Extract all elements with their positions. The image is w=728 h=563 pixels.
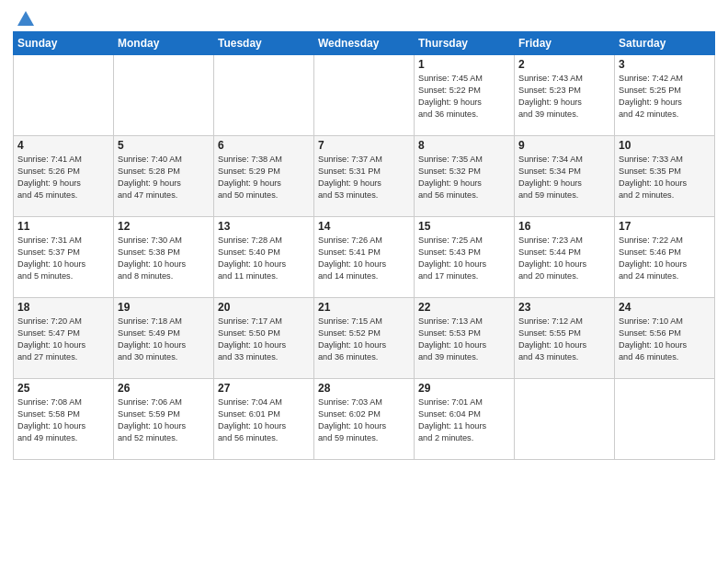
calendar-cell: 9Sunrise: 7:34 AMSunset: 5:34 PMDaylight… bbox=[515, 136, 615, 217]
calendar-cell bbox=[615, 379, 715, 460]
calendar-cell: 17Sunrise: 7:22 AMSunset: 5:46 PMDayligh… bbox=[615, 217, 715, 298]
calendar-cell bbox=[114, 55, 214, 136]
day-info: Sunrise: 7:20 AMSunset: 5:47 PMDaylight:… bbox=[17, 316, 109, 363]
day-info: Sunrise: 7:33 AMSunset: 5:35 PMDaylight:… bbox=[619, 154, 711, 201]
svg-marker-0 bbox=[17, 11, 34, 26]
day-info: Sunrise: 7:10 AMSunset: 5:56 PMDaylight:… bbox=[619, 316, 711, 363]
calendar-cell bbox=[14, 55, 114, 136]
weekday-header-sunday: Sunday bbox=[14, 32, 114, 55]
day-number: 17 bbox=[619, 220, 711, 233]
day-info: Sunrise: 7:38 AMSunset: 5:29 PMDaylight:… bbox=[218, 154, 310, 201]
day-info: Sunrise: 7:34 AMSunset: 5:34 PMDaylight:… bbox=[518, 154, 610, 201]
calendar-cell: 27Sunrise: 7:04 AMSunset: 6:01 PMDayligh… bbox=[214, 379, 314, 460]
calendar-cell: 12Sunrise: 7:30 AMSunset: 5:38 PMDayligh… bbox=[114, 217, 214, 298]
calendar-cell bbox=[515, 379, 615, 460]
day-info: Sunrise: 7:12 AMSunset: 5:55 PMDaylight:… bbox=[518, 316, 610, 363]
calendar-cell: 16Sunrise: 7:23 AMSunset: 5:44 PMDayligh… bbox=[515, 217, 615, 298]
calendar-cell: 21Sunrise: 7:15 AMSunset: 5:52 PMDayligh… bbox=[314, 298, 415, 379]
calendar-header: SundayMondayTuesdayWednesdayThursdayFrid… bbox=[14, 32, 715, 55]
day-info: Sunrise: 7:26 AMSunset: 5:41 PMDaylight:… bbox=[318, 235, 410, 282]
calendar-cell: 23Sunrise: 7:12 AMSunset: 5:55 PMDayligh… bbox=[515, 298, 615, 379]
day-number: 4 bbox=[17, 139, 109, 152]
day-info: Sunrise: 7:25 AMSunset: 5:43 PMDaylight:… bbox=[418, 235, 510, 282]
calendar-cell: 4Sunrise: 7:41 AMSunset: 5:26 PMDaylight… bbox=[14, 136, 114, 217]
day-number: 11 bbox=[17, 220, 109, 233]
day-info: Sunrise: 7:08 AMSunset: 5:58 PMDaylight:… bbox=[17, 396, 109, 444]
calendar-cell: 26Sunrise: 7:06 AMSunset: 5:59 PMDayligh… bbox=[114, 379, 214, 460]
day-info: Sunrise: 7:42 AMSunset: 5:25 PMDaylight:… bbox=[619, 73, 711, 121]
weekday-header-saturday: Saturday bbox=[615, 32, 715, 55]
calendar-cell: 3Sunrise: 7:42 AMSunset: 5:25 PMDaylight… bbox=[615, 55, 715, 136]
weekday-header-friday: Friday bbox=[515, 32, 615, 55]
header bbox=[13, 9, 715, 26]
day-number: 23 bbox=[518, 301, 610, 314]
weekday-header-wednesday: Wednesday bbox=[314, 32, 415, 55]
day-info: Sunrise: 7:04 AMSunset: 6:01 PMDaylight:… bbox=[218, 396, 310, 444]
day-number: 26 bbox=[118, 382, 210, 395]
day-info: Sunrise: 7:37 AMSunset: 5:31 PMDaylight:… bbox=[318, 154, 410, 201]
calendar-cell: 18Sunrise: 7:20 AMSunset: 5:47 PMDayligh… bbox=[14, 298, 114, 379]
weekday-header-monday: Monday bbox=[114, 32, 214, 55]
day-info: Sunrise: 7:23 AMSunset: 5:44 PMDaylight:… bbox=[518, 235, 610, 282]
day-number: 20 bbox=[218, 301, 310, 314]
calendar-cell: 19Sunrise: 7:18 AMSunset: 5:49 PMDayligh… bbox=[114, 298, 214, 379]
day-number: 28 bbox=[318, 382, 410, 395]
day-info: Sunrise: 7:15 AMSunset: 5:52 PMDaylight:… bbox=[318, 316, 410, 363]
day-info: Sunrise: 7:40 AMSunset: 5:28 PMDaylight:… bbox=[118, 154, 210, 201]
page: SundayMondayTuesdayWednesdayThursdayFrid… bbox=[0, 0, 728, 563]
day-number: 27 bbox=[218, 382, 310, 395]
day-number: 16 bbox=[518, 220, 610, 233]
calendar-cell: 10Sunrise: 7:33 AMSunset: 5:35 PMDayligh… bbox=[615, 136, 715, 217]
day-info: Sunrise: 7:28 AMSunset: 5:40 PMDaylight:… bbox=[218, 235, 310, 282]
calendar-table: SundayMondayTuesdayWednesdayThursdayFrid… bbox=[13, 31, 715, 460]
day-number: 22 bbox=[418, 301, 510, 314]
calendar-cell: 2Sunrise: 7:43 AMSunset: 5:23 PMDaylight… bbox=[515, 55, 615, 136]
day-number: 7 bbox=[318, 139, 410, 152]
weekday-header-thursday: Thursday bbox=[415, 32, 515, 55]
calendar-cell: 15Sunrise: 7:25 AMSunset: 5:43 PMDayligh… bbox=[415, 217, 515, 298]
weekday-header-tuesday: Tuesday bbox=[214, 32, 314, 55]
day-info: Sunrise: 7:17 AMSunset: 5:50 PMDaylight:… bbox=[218, 316, 310, 363]
day-number: 15 bbox=[418, 220, 510, 233]
day-number: 18 bbox=[17, 301, 109, 314]
day-info: Sunrise: 7:45 AMSunset: 5:22 PMDaylight:… bbox=[418, 73, 510, 121]
weekday-header-row: SundayMondayTuesdayWednesdayThursdayFrid… bbox=[14, 32, 715, 55]
day-number: 10 bbox=[619, 139, 711, 152]
calendar-cell: 8Sunrise: 7:35 AMSunset: 5:32 PMDaylight… bbox=[415, 136, 515, 217]
day-number: 21 bbox=[318, 301, 410, 314]
day-number: 12 bbox=[118, 220, 210, 233]
day-info: Sunrise: 7:31 AMSunset: 5:37 PMDaylight:… bbox=[17, 235, 109, 282]
calendar-cell: 20Sunrise: 7:17 AMSunset: 5:50 PMDayligh… bbox=[214, 298, 314, 379]
day-number: 9 bbox=[518, 139, 610, 152]
calendar-week-row: 4Sunrise: 7:41 AMSunset: 5:26 PMDaylight… bbox=[14, 136, 715, 217]
day-info: Sunrise: 7:35 AMSunset: 5:32 PMDaylight:… bbox=[418, 154, 510, 201]
day-number: 6 bbox=[218, 139, 310, 152]
day-info: Sunrise: 7:06 AMSunset: 5:59 PMDaylight:… bbox=[118, 396, 210, 444]
calendar-cell: 13Sunrise: 7:28 AMSunset: 5:40 PMDayligh… bbox=[214, 217, 314, 298]
day-number: 2 bbox=[518, 58, 610, 71]
calendar-week-row: 25Sunrise: 7:08 AMSunset: 5:58 PMDayligh… bbox=[14, 379, 715, 460]
day-number: 5 bbox=[118, 139, 210, 152]
calendar-cell: 6Sunrise: 7:38 AMSunset: 5:29 PMDaylight… bbox=[214, 136, 314, 217]
calendar-cell bbox=[314, 55, 415, 136]
day-number: 24 bbox=[619, 301, 711, 314]
calendar-cell: 29Sunrise: 7:01 AMSunset: 6:04 PMDayligh… bbox=[415, 379, 515, 460]
day-number: 25 bbox=[17, 382, 109, 395]
calendar-week-row: 11Sunrise: 7:31 AMSunset: 5:37 PMDayligh… bbox=[14, 217, 715, 298]
day-number: 3 bbox=[619, 58, 711, 71]
day-number: 1 bbox=[418, 58, 510, 71]
logo-icon bbox=[16, 9, 36, 29]
logo bbox=[13, 9, 36, 26]
day-number: 8 bbox=[418, 139, 510, 152]
day-info: Sunrise: 7:03 AMSunset: 6:02 PMDaylight:… bbox=[318, 396, 410, 444]
calendar-cell: 28Sunrise: 7:03 AMSunset: 6:02 PMDayligh… bbox=[314, 379, 415, 460]
calendar-cell: 7Sunrise: 7:37 AMSunset: 5:31 PMDaylight… bbox=[314, 136, 415, 217]
day-info: Sunrise: 7:18 AMSunset: 5:49 PMDaylight:… bbox=[118, 316, 210, 363]
day-number: 14 bbox=[318, 220, 410, 233]
calendar-cell: 5Sunrise: 7:40 AMSunset: 5:28 PMDaylight… bbox=[114, 136, 214, 217]
day-info: Sunrise: 7:43 AMSunset: 5:23 PMDaylight:… bbox=[518, 73, 610, 121]
calendar-cell: 11Sunrise: 7:31 AMSunset: 5:37 PMDayligh… bbox=[14, 217, 114, 298]
day-number: 29 bbox=[418, 382, 510, 395]
calendar-week-row: 1Sunrise: 7:45 AMSunset: 5:22 PMDaylight… bbox=[14, 55, 715, 136]
day-number: 13 bbox=[218, 220, 310, 233]
